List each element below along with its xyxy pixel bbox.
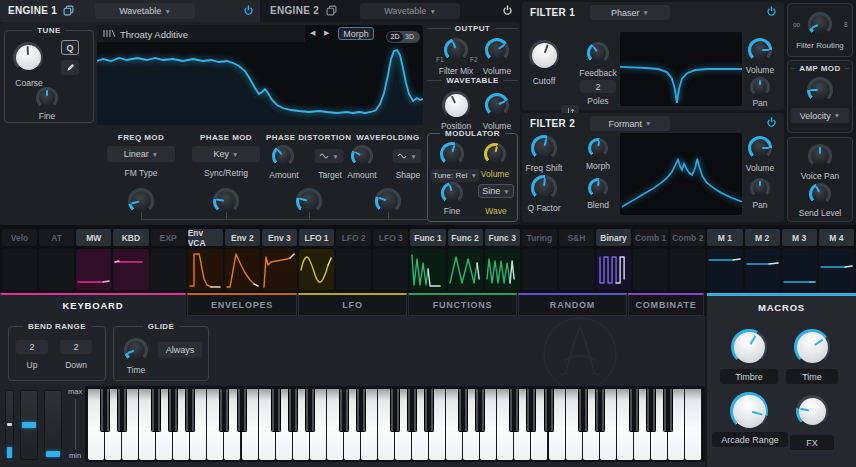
2d-3d-toggle[interactable]: 2D 3D	[386, 31, 420, 43]
bend-up-value[interactable]: 2	[16, 340, 48, 354]
engine1-type-dropdown[interactable]: Wavetable▼	[95, 3, 195, 19]
voice-pan-knob[interactable]	[808, 144, 832, 168]
macro-knob-time[interactable]	[794, 329, 830, 365]
piano-black-key[interactable]	[475, 389, 485, 432]
filter2-type-dropdown[interactable]: Formant▼	[590, 116, 670, 131]
wavetable-name[interactable]: Throaty Additive	[120, 29, 188, 40]
engine2-copy-icon[interactable]	[326, 5, 337, 18]
filter1-type-dropdown[interactable]: Phaser▼	[590, 5, 670, 20]
mod-viz-env-2[interactable]	[225, 249, 260, 290]
mod-viz-turing[interactable]	[522, 249, 557, 290]
filter1-pan-knob[interactable]	[750, 77, 770, 97]
engine1-power-icon[interactable]	[243, 5, 254, 16]
mod-source-tab-velo[interactable]: Velo	[2, 229, 37, 246]
edit-pencil-button[interactable]	[61, 60, 79, 75]
piano-black-key[interactable]	[526, 389, 536, 432]
mod-source-tab-comb-1[interactable]: Comb 1	[633, 229, 668, 246]
mod-viz-comb-2[interactable]	[670, 249, 705, 290]
3d-segment[interactable]: 3D	[405, 32, 414, 42]
piano-black-key[interactable]	[544, 389, 554, 432]
2d-segment[interactable]: 2D	[387, 32, 403, 42]
piano-white-key[interactable]	[685, 389, 702, 460]
mod-source-tab-lfo-3[interactable]: LFO 3	[373, 229, 408, 246]
mod-source-tab-m-2[interactable]: M 2	[745, 229, 780, 246]
piano-black-key[interactable]	[578, 389, 588, 432]
output-volume-knob[interactable]	[485, 38, 509, 62]
mod-source-tab-turing[interactable]: Turing	[522, 229, 557, 246]
piano-black-key[interactable]	[288, 389, 298, 432]
wavetable-list-icon[interactable]	[103, 29, 115, 40]
piano-black-key[interactable]	[339, 389, 349, 432]
tab-combinate[interactable]: COMBINATE	[628, 293, 704, 316]
pd-amount-knob[interactable]	[272, 145, 294, 167]
mod-viz-lfo-2[interactable]	[336, 249, 371, 290]
blend-knob[interactable]	[588, 178, 608, 198]
send-level-knob[interactable]	[809, 183, 831, 205]
morph-button[interactable]: Morph	[338, 27, 374, 40]
coarse-knob[interactable]	[13, 42, 43, 72]
filter2-power-icon[interactable]	[766, 117, 777, 128]
piano-keyboard[interactable]	[88, 389, 702, 460]
mod-viz-binary[interactable]	[596, 249, 631, 290]
mod-tune-knob[interactable]	[440, 142, 464, 166]
piano-black-key[interactable]	[356, 389, 366, 432]
piano-black-key[interactable]	[237, 389, 247, 432]
mod-viz-lfo-1[interactable]	[299, 249, 334, 290]
pd-target-dropdown[interactable]: ▼	[315, 149, 343, 163]
mod-viz-mw[interactable]	[76, 249, 111, 290]
mod-fine-knob[interactable]	[441, 182, 463, 204]
mod-viz-env-3[interactable]	[262, 249, 297, 290]
tab-keyboard[interactable]: KEYBOARD	[0, 293, 186, 316]
macro-knob-fx[interactable]	[796, 395, 828, 427]
mod-viz-comb-1[interactable]	[633, 249, 668, 290]
mod-wheel-2[interactable]	[44, 390, 62, 460]
freq-shift-knob[interactable]	[531, 135, 557, 161]
next-wavetable-button[interactable]: ▶	[324, 29, 329, 37]
pd-main-knob[interactable]	[296, 188, 322, 214]
macro-knob-arcade-range[interactable]	[730, 392, 768, 430]
wf-shape-dropdown[interactable]: ▼	[393, 149, 421, 163]
filter-routing-knob[interactable]	[808, 12, 832, 36]
mod-viz-exp[interactable]	[151, 249, 186, 290]
amp-mod-knob[interactable]	[807, 77, 833, 103]
wf-amount-knob[interactable]	[351, 145, 373, 167]
mod-source-tab-func-2[interactable]: Func 2	[448, 229, 483, 246]
mod-source-tab-m-4[interactable]: M 4	[819, 229, 854, 246]
piano-black-key[interactable]	[305, 389, 315, 432]
piano-black-key[interactable]	[271, 389, 281, 432]
piano-black-key[interactable]	[151, 389, 161, 432]
quantize-button[interactable]: Q	[61, 40, 79, 55]
mod-viz-kbd[interactable]	[113, 249, 148, 290]
mod-viz-m-2[interactable]	[745, 249, 780, 290]
mod-source-tab-env-vca[interactable]: Env VCA	[188, 229, 223, 246]
mod-viz-func-1[interactable]	[410, 249, 445, 290]
piano-black-key[interactable]	[407, 389, 417, 432]
cutoff-knob[interactable]	[529, 40, 559, 70]
wf-main-knob[interactable]	[375, 188, 401, 214]
piano-black-key[interactable]	[168, 389, 178, 432]
mod-source-tab-env-2[interactable]: Env 2	[225, 229, 260, 246]
mod-source-tab-exp[interactable]: EXP	[151, 229, 186, 246]
mod-source-tab-mw[interactable]: MW	[76, 229, 111, 246]
bend-down-value[interactable]: 2	[60, 340, 92, 354]
mod-source-tab-func-1[interactable]: Func 1	[410, 229, 445, 246]
mod-wheel-1-handle[interactable]	[22, 422, 36, 428]
mod-source-tab-binary[interactable]: Binary	[596, 229, 631, 246]
position-knob[interactable]	[442, 91, 470, 119]
mod-source-tab-at[interactable]: AT	[39, 229, 74, 246]
piano-black-key[interactable]	[458, 389, 468, 432]
mod-viz-func-2[interactable]	[448, 249, 483, 290]
piano-black-key[interactable]	[663, 389, 673, 432]
filter1-power-icon[interactable]	[766, 6, 777, 17]
fine-knob[interactable]	[36, 87, 58, 109]
filter-mix-knob[interactable]	[444, 38, 468, 62]
mod-viz-func-3[interactable]	[485, 249, 520, 290]
mod-viz-m-3[interactable]	[782, 249, 817, 290]
phase-mod-amount-knob[interactable]	[213, 188, 239, 214]
mod-volume-knob[interactable]	[484, 143, 506, 165]
morph-knob[interactable]	[588, 138, 608, 158]
prev-wavetable-button[interactable]: ◀	[310, 29, 315, 37]
mod-viz-velo[interactable]	[2, 249, 37, 290]
mod-wave-dropdown[interactable]: Sine▼	[478, 184, 514, 198]
macro-knob-timbre[interactable]	[731, 329, 767, 365]
